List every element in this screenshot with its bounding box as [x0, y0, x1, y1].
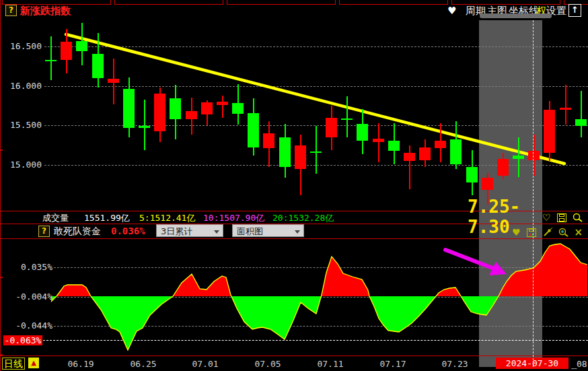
gridline	[44, 46, 588, 47]
candle-body	[419, 147, 431, 160]
candle-body	[373, 139, 384, 142]
triangle-up-icon[interactable]: ▲	[28, 358, 39, 368]
candle-wick	[316, 126, 317, 174]
gridline	[54, 267, 588, 268]
app-window: ? 新涨跌指数 ♥ 周期 主图 坐标线 权 设置 ↑ 16.50016.0001…	[0, 0, 588, 371]
candle-body	[248, 113, 259, 147]
period-badge[interactable]: 日线	[2, 358, 25, 370]
volume-ma10: 10:1507.90亿	[203, 212, 264, 224]
candle-body	[295, 145, 306, 169]
candle-wick	[346, 96, 348, 137]
candle-body	[528, 151, 540, 160]
candle-body	[497, 159, 509, 176]
partial-date-label: 08.02	[577, 359, 588, 369]
left-tick	[0, 354, 3, 356]
candle-body	[263, 133, 274, 148]
y-tick-label: 15.000	[3, 160, 42, 170]
min-value-badge: -0.063%	[3, 335, 42, 345]
candle-body	[435, 141, 446, 148]
candle-body	[341, 119, 353, 120]
min-gridline	[43, 340, 588, 341]
candle-body	[154, 94, 166, 131]
help-icon[interactable]: ?	[5, 5, 17, 16]
current-date-badge: 2024-07-30	[496, 358, 568, 369]
highlight-range-label: 7.25-7.30	[468, 197, 545, 237]
candle-body	[45, 60, 57, 61]
candle-body	[544, 110, 555, 153]
fund-panel-value: 0.036%	[111, 226, 145, 236]
left-tick	[0, 277, 3, 278]
left-tick	[0, 149, 3, 151]
save-icon[interactable]	[557, 213, 566, 222]
y-tick-label: 0.035%	[13, 262, 52, 272]
candle-wick	[565, 85, 566, 125]
candle-body	[61, 42, 72, 60]
gridline	[54, 297, 588, 298]
y-tick-label: 16.000	[3, 81, 42, 91]
candle-body	[170, 98, 181, 119]
candle-body	[310, 151, 322, 153]
date-tick-label: 07.11	[317, 359, 343, 369]
candle-body	[201, 102, 213, 114]
window-left-border	[0, 0, 1, 371]
volume-value: 1551.99亿	[84, 212, 130, 224]
candle-body	[466, 167, 478, 182]
volume-ma5: 5:1512.41亿	[139, 212, 195, 224]
candle-body	[388, 141, 400, 151]
gridline	[44, 86, 588, 87]
candle-body	[123, 89, 135, 128]
close-icon[interactable]: ×	[575, 226, 583, 238]
style-dropdown[interactable]: 面积图	[232, 224, 304, 237]
volume-label: 成交量	[42, 212, 69, 224]
date-tick-label: 07.17	[379, 359, 406, 369]
y-tick-label: -0.044%	[13, 321, 52, 331]
candle-body	[450, 139, 462, 164]
candle-body	[404, 153, 415, 161]
volume-row-icons: ♡	[542, 212, 583, 223]
candle-body	[76, 41, 87, 51]
candle-body	[513, 156, 524, 159]
candle-body	[232, 103, 244, 114]
candle-body	[217, 102, 228, 105]
date-tick-label: 07.05	[254, 359, 281, 369]
candle-wick	[581, 91, 582, 137]
date-axis-bar: 日线 ▲ 06.1906.2507.0107.0507.1107.1707.23…	[0, 356, 588, 371]
gridline	[54, 326, 588, 327]
fund-panel-title: 敢死队资金	[54, 226, 101, 238]
candle-body	[326, 118, 337, 137]
mini-scrollbar[interactable]	[480, 13, 552, 18]
chevron-down-icon	[295, 230, 300, 236]
zoom-icon[interactable]	[573, 213, 583, 222]
y-tick-label: 16.500	[3, 41, 42, 51]
candle-body	[108, 79, 119, 83]
date-tick-label: 07.01	[192, 359, 218, 369]
candle-body	[575, 119, 587, 126]
favorite-heart-icon[interactable]: ♥	[447, 5, 456, 17]
indicator-title: 新涨跌指数	[20, 5, 71, 18]
candle-body	[560, 108, 571, 110]
candle-wick	[378, 123, 379, 162]
cursor-crosshair-line	[533, 20, 534, 367]
zoom-icon[interactable]	[558, 228, 568, 237]
collapse-up-icon[interactable]: ↑	[568, 4, 581, 17]
candle-body	[279, 137, 291, 167]
separator-line	[0, 238, 588, 239]
candle-body	[186, 111, 197, 119]
chevron-down-icon	[214, 230, 219, 236]
candle-body	[139, 126, 150, 128]
candle-wick	[409, 145, 410, 189]
candle-body	[357, 124, 368, 141]
candle-wick	[50, 36, 52, 80]
help-icon[interactable]: ?	[38, 226, 50, 237]
candle-wick	[222, 96, 223, 118]
date-tick-label: 06.19	[67, 359, 94, 369]
candle-wick	[144, 100, 145, 150]
volume-ma20: 20:1532.28亿	[272, 212, 334, 224]
candle-body	[482, 178, 493, 190]
y-tick-label: -0.004%	[13, 292, 52, 302]
y-tick-label: 15.500	[3, 120, 42, 130]
date-tick-label: 06.25	[130, 359, 156, 369]
candle-body	[92, 54, 104, 78]
period-dropdown[interactable]: 3日累计	[156, 224, 223, 237]
date-tick-label: 07.23	[441, 359, 468, 369]
